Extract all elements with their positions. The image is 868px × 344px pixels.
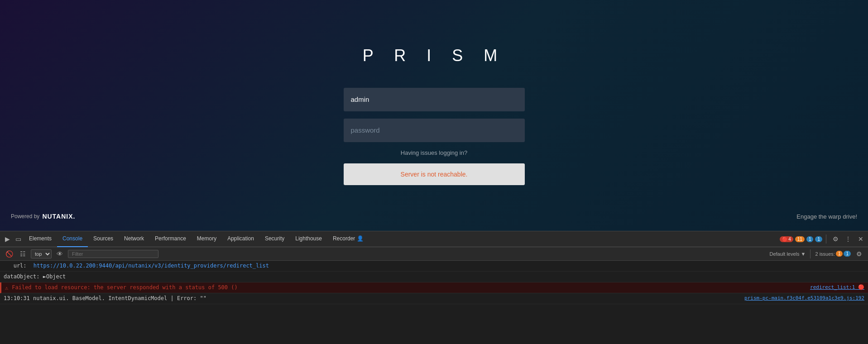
info-badge-2: 1 [815, 236, 822, 242]
error-source-link[interactable]: redirect_list:1 🔴 [810, 284, 864, 291]
tab-console[interactable]: Console [57, 231, 88, 247]
login-form: Having issues logging in? Server is not … [344, 88, 525, 185]
filter-input[interactable] [68, 250, 158, 258]
tab-memory[interactable]: Memory [192, 231, 222, 247]
clear-console-icon[interactable]: 🚫 [4, 248, 14, 259]
inspect-element-icon[interactable]: ▶ [2, 234, 13, 244]
warn-badge: 11 [795, 236, 805, 242]
device-toolbar-icon[interactable]: ▭ [13, 234, 24, 244]
tab-performance[interactable]: Performance [149, 231, 192, 247]
console-row-url: url: https://10.0.22.200:9440/api/nutani… [0, 261, 868, 272]
devtools-panel: ▶ ▭ Elements Console Sources Network Per… [0, 231, 868, 344]
more-options-icon[interactable]: ⋮ [843, 234, 854, 244]
top-context-select[interactable]: top [31, 249, 52, 258]
devtools-tabs-bar: ▶ ▭ Elements Console Sources Network Per… [0, 231, 868, 247]
tab-network[interactable]: Network [119, 231, 149, 247]
having-issues-link[interactable]: Having issues logging in? [401, 149, 467, 156]
url-indent: url: [4, 262, 30, 270]
tab-application[interactable]: Application [222, 231, 259, 247]
console-row-info: 13:10:31 nutanix.ui. BaseModel. IntentDy… [0, 293, 868, 304]
issues-settings-icon[interactable]: ⚙ [854, 248, 864, 259]
error-badge: 🔴 4 [780, 236, 793, 242]
default-levels-label[interactable]: Default levels ▼ [769, 251, 806, 257]
error-message: Failed to load resource: the server resp… [12, 284, 238, 291]
console-row-error: ⚠ Failed to load resource: the server re… [0, 282, 868, 294]
separator [826, 234, 826, 244]
console-row-data: dataObject: ►Object [0, 272, 868, 282]
error-button[interactable]: Server is not reachable. [344, 163, 525, 185]
settings-icon[interactable]: ⚙ [830, 234, 841, 244]
powered-by: Powered by NUTANIX. [11, 213, 75, 220]
nutanix-logo: NUTANIX. [42, 213, 75, 220]
console-content: url: https://10.0.22.200:9440/api/nutani… [0, 261, 868, 344]
separator2 [810, 249, 810, 258]
powered-by-label: Powered by [11, 213, 39, 220]
close-devtools-icon[interactable]: ✕ [855, 234, 866, 244]
error-icon: ⚠ [5, 284, 8, 292]
password-input[interactable] [344, 119, 525, 142]
info-badge-1: 1 [806, 236, 814, 242]
info-text: 13:10:31 nutanix.ui. BaseModel. IntentDy… [4, 295, 206, 302]
filter-toggle-icon[interactable]: ☷ [17, 248, 28, 259]
issues-info-badge: 1 [844, 251, 851, 257]
issues-badge: 2 issues: 1 1 [815, 251, 851, 257]
tab-security[interactable]: Security [259, 231, 290, 247]
url-link[interactable]: https://10.0.22.200:9440/api/nutanix/v3/… [34, 262, 269, 270]
info-source-link[interactable]: prism-pc-main.f3c04f.e53109a1c3e9.js:192 [744, 295, 864, 301]
tab-recorder[interactable]: Recorder 👤 [327, 231, 369, 247]
issues-label: 2 issues: [815, 251, 834, 257]
data-object-text: dataObject: ►Object [4, 273, 66, 281]
main-app: P R I S M Having issues logging in? Serv… [0, 0, 868, 231]
tab-elements[interactable]: Elements [24, 231, 57, 247]
console-toolbar: 🚫 ☷ top 👁 Default levels ▼ 2 issues: 1 1… [0, 247, 868, 261]
issues-warn-badge: 1 [836, 251, 843, 257]
eye-icon[interactable]: 👁 [54, 248, 65, 259]
console-right-controls: Default levels ▼ 2 issues: 1 1 ⚙ [769, 248, 864, 259]
devtools-right-badges: 🔴 4 11 1 1 ⚙ ⋮ ✕ [780, 234, 866, 244]
tagline: Engage the warp drive! [796, 213, 857, 220]
username-input[interactable] [344, 88, 525, 111]
app-title: P R I S M [363, 46, 505, 65]
tab-lighthouse[interactable]: Lighthouse [290, 231, 327, 247]
tab-sources[interactable]: Sources [88, 231, 119, 247]
